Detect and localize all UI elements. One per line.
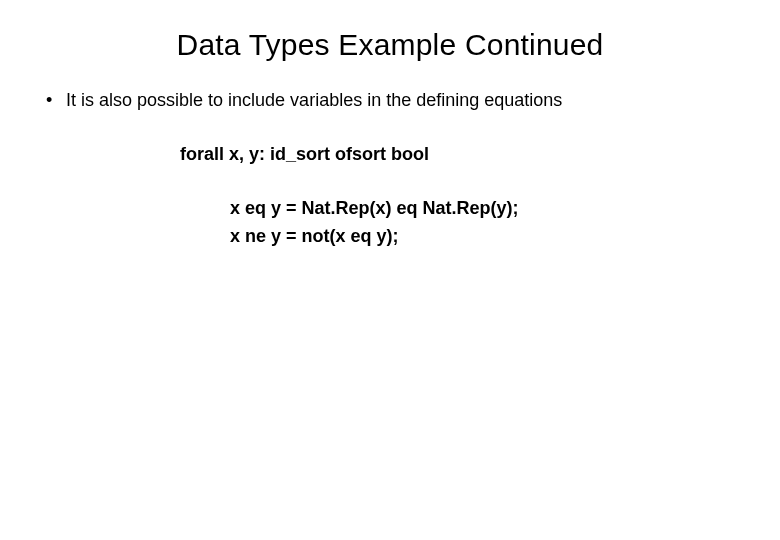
slide: Data Types Example Continued It is also … [0,0,780,540]
equation-1: x eq y = Nat.Rep(x) eq Nat.Rep(y); [230,195,750,223]
bullet-item: It is also possible to include variables… [40,88,750,112]
forall-declaration: forall x, y: id_sort ofsort bool [180,144,750,165]
bullet-list: It is also possible to include variables… [30,88,750,112]
equation-2: x ne y = not(x eq y); [230,223,750,251]
slide-title: Data Types Example Continued [30,28,750,62]
equation-block: x eq y = Nat.Rep(x) eq Nat.Rep(y); x ne … [230,195,750,251]
